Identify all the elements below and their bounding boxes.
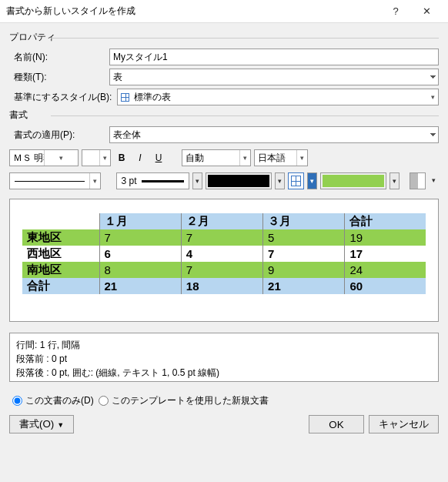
help-button[interactable]: ? [380, 5, 411, 17]
line-color-dropdown[interactable]: ▾ [275, 172, 285, 189]
line-weight-dropdown[interactable]: ▾ [192, 172, 202, 189]
italic-button[interactable]: I [132, 149, 148, 166]
info-line-3: 段落後 : 0 pt, 囲む: (細線, テキスト 1, 0.5 pt 線幅) [16, 366, 432, 380]
footer: 書式(O)▼ OK キャンセル [0, 415, 448, 443]
borders-button[interactable] [288, 172, 304, 189]
info-line-1: 行間: 1 行, 間隔 [16, 338, 432, 352]
radio-this-doc[interactable]: この文書のみ(D) [12, 394, 94, 407]
line-color-swatch[interactable] [206, 172, 272, 189]
line-weight-select[interactable]: 3 pt [116, 172, 189, 189]
type-select[interactable]: 表 [109, 69, 439, 85]
info-line-2: 段落前 : 0 pt [16, 352, 432, 366]
name-label: 名前(N): [9, 51, 109, 64]
language-select[interactable]: 日本語▾ [254, 149, 308, 166]
table-icon [121, 93, 129, 102]
ok-button[interactable]: OK [309, 415, 364, 433]
apply-label: 書式の適用(P): [9, 129, 109, 142]
shading-dropdown[interactable]: ▾ [429, 172, 439, 189]
shading-button[interactable] [410, 172, 426, 189]
borders-dropdown[interactable]: ▾ [307, 172, 317, 189]
scope-radios: この文書のみ(D) このテンプレートを使用した新規文書 [12, 394, 439, 407]
properties-section-label: プロパティ [9, 31, 439, 44]
cancel-button[interactable]: キャンセル [369, 415, 439, 433]
titlebar: 書式から新しいスタイルを作成 ? ✕ [0, 0, 448, 23]
format-button[interactable]: 書式(O)▼ [9, 415, 74, 433]
font-color-select[interactable]: 自動▾ [182, 149, 251, 166]
fill-color-dropdown[interactable]: ▾ [389, 172, 400, 189]
radio-template[interactable]: このテンプレートを使用した新規文書 [99, 394, 269, 407]
line-style-select[interactable]: ▾ [9, 172, 101, 189]
font-toolbar: ＭＳ 明朝 (本文▾ ▾ B I U 自動▾ 日本語▾ [9, 149, 439, 166]
type-label: 種類(T): [9, 71, 109, 84]
bold-button[interactable]: B [114, 149, 129, 166]
border-toolbar: ▾ 3 pt ▾ ▾ ▾ ▾ ▾ [9, 172, 439, 189]
fill-color-swatch[interactable] [320, 172, 386, 189]
info-box: 行間: 1 行, 間隔 段落前 : 0 pt 段落後 : 0 pt, 囲む: (… [9, 333, 439, 382]
format-section-label: 書式 [9, 109, 439, 122]
font-name-select[interactable]: ＭＳ 明朝 (本文▾ [9, 149, 79, 166]
close-button[interactable]: ✕ [411, 5, 442, 17]
base-label: 基準にするスタイル(B): [9, 91, 117, 104]
apply-select[interactable]: 表全体 [109, 126, 439, 143]
preview-table: １月２月３月合計東地区77519西地区64717南地区87924合計211821… [22, 213, 426, 294]
underline-button[interactable]: U [151, 149, 166, 166]
base-style-select[interactable]: 標準の表 ▾ [117, 89, 439, 105]
font-size-select[interactable]: ▾ [82, 149, 111, 166]
base-style-value: 標準の表 [134, 91, 171, 104]
dialog-title: 書式から新しいスタイルを作成 [6, 5, 380, 18]
preview-area: １月２月３月合計東地区77519西地区64717南地区87924合計211821… [9, 199, 439, 322]
name-input[interactable] [109, 49, 439, 65]
